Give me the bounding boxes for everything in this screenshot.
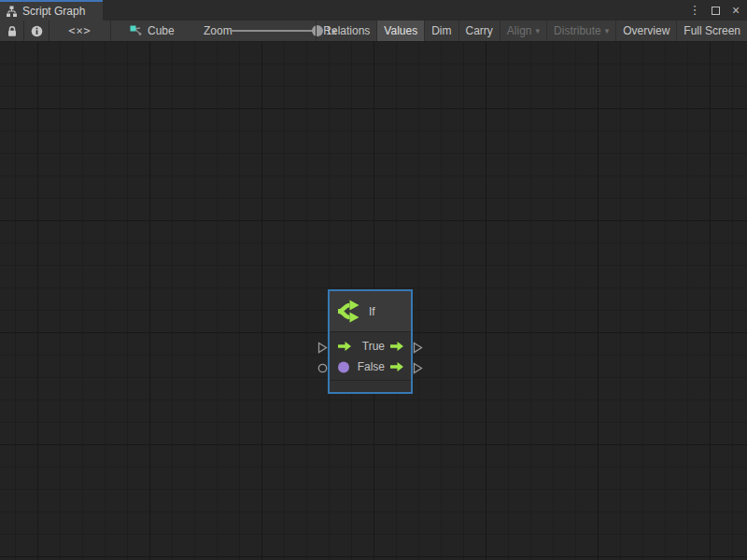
dim-button[interactable]: Dim (424, 21, 458, 41)
maximize-icon[interactable] (708, 3, 723, 18)
false-output-port[interactable] (413, 362, 423, 374)
lock-icon (7, 25, 18, 37)
bool-value-icon[interactable] (337, 361, 352, 373)
node-footer (330, 380, 411, 392)
if-node[interactable]: If True False (328, 289, 413, 394)
condition-input-port[interactable] (317, 362, 328, 374)
toolbar-separator (110, 21, 111, 41)
graph-canvas[interactable]: If True False (0, 41, 747, 560)
code-view-button[interactable]: <×> (49, 21, 110, 41)
fullscreen-button[interactable]: Full Screen (676, 21, 747, 41)
branch-if-icon (336, 299, 361, 324)
graph-hierarchy-icon (6, 6, 18, 18)
relations-button[interactable]: Relations (316, 21, 376, 41)
node-title: If (369, 305, 375, 318)
graph-toolbar: <×> Cube Zoom 1x Relations Values Dim Ca… (0, 21, 747, 41)
port-row-true: True (330, 336, 411, 357)
graph-target-icon (127, 21, 144, 41)
tab-title: Script Graph (22, 5, 85, 18)
info-icon (31, 25, 43, 37)
zoom-label: Zoom (204, 21, 233, 41)
values-button[interactable]: Values (376, 21, 424, 41)
carry-button[interactable]: Carry (458, 21, 500, 41)
flow-arrow-icon[interactable] (337, 341, 352, 352)
flow-arrow-icon[interactable] (389, 341, 404, 352)
flow-arrow-icon[interactable] (389, 361, 404, 372)
close-icon[interactable]: × (728, 3, 743, 18)
overview-button[interactable]: Overview (615, 21, 676, 41)
window-controls: ⋮ × (687, 0, 743, 21)
align-dropdown[interactable]: Align ▾ (500, 21, 546, 41)
chevron-down-icon: ▾ (536, 21, 541, 41)
lock-button[interactable] (0, 21, 23, 41)
graph-target-label: Cube (148, 21, 175, 41)
zoom-slider-track[interactable] (230, 30, 318, 32)
toolbar-buttons: Relations Values Dim Carry Align ▾ Distr… (316, 21, 747, 41)
distribute-dropdown[interactable]: Distribute ▾ (546, 21, 615, 41)
true-output-port[interactable] (413, 342, 423, 354)
tab-script-graph[interactable]: Script Graph (0, 0, 103, 21)
tab-bar: Script Graph ⋮ × (0, 0, 747, 21)
window-menu-icon[interactable]: ⋮ (687, 3, 702, 18)
port-row-false: False (330, 357, 411, 377)
chevron-down-icon: ▾ (605, 21, 610, 41)
node-ports: True False (330, 332, 411, 380)
port-label-false: False (358, 360, 385, 373)
port-label-true: True (362, 340, 385, 353)
code-view-icon: <×> (68, 24, 92, 37)
inspect-button[interactable] (24, 21, 49, 41)
flow-input-port[interactable] (317, 342, 328, 354)
node-header[interactable]: If (330, 291, 411, 332)
